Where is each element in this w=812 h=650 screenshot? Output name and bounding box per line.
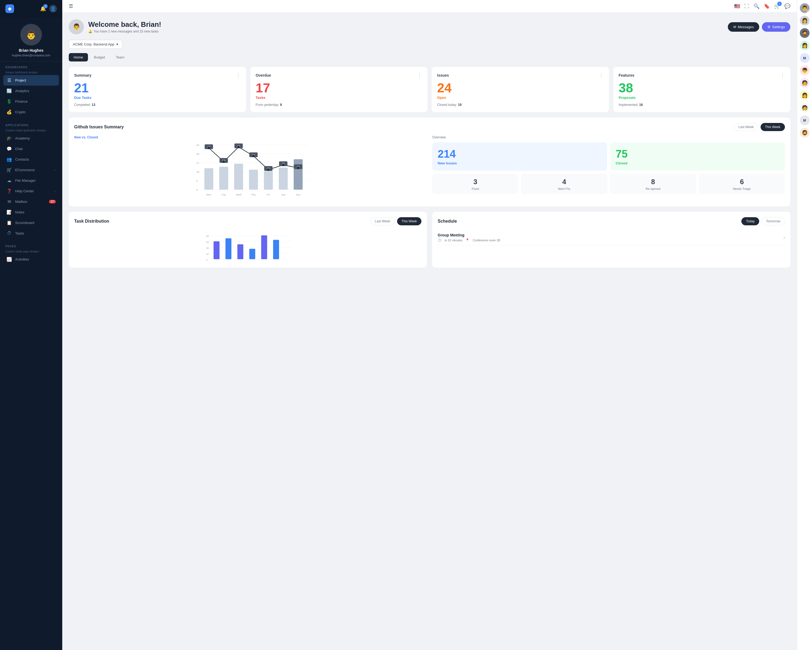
- pages-subtitle: Custom made page designs: [5, 250, 57, 253]
- task-last-week-button[interactable]: Last Week: [370, 217, 395, 225]
- tab-team[interactable]: Team: [111, 53, 130, 61]
- chart-label: New vs. Closed: [74, 135, 427, 139]
- sidebar-item-analytics[interactable]: 🔄 Analytics: [3, 86, 59, 96]
- tab-budget[interactable]: Budget: [89, 53, 110, 61]
- rp-avatar[interactable]: 🧑: [800, 103, 810, 113]
- card-title: Summary: [74, 73, 92, 78]
- sidebar-item-label: Analytics: [15, 89, 29, 93]
- sidebar-item-finance[interactable]: 💲 Finance: [3, 96, 59, 107]
- project-icon: ☰: [6, 78, 12, 83]
- pages-section: PAGES Custom made page designs: [0, 240, 62, 254]
- tasks-icon: ⏱: [6, 231, 12, 236]
- tab-home[interactable]: Home: [69, 53, 88, 61]
- sidebar-item-file-manager[interactable]: ☁ File Manager: [3, 175, 59, 186]
- chart-area: New vs. Closed 45 36 27 18 9 0: [74, 135, 427, 201]
- project-selector[interactable]: ACME Corp. Backend App ▾: [69, 40, 122, 49]
- svg-text:0: 0: [206, 258, 208, 262]
- rp-avatar[interactable]: 🧔: [800, 128, 810, 138]
- cart-badge: 5: [777, 2, 782, 6]
- svg-rect-14: [234, 164, 243, 190]
- sidebar-item-ecommerce[interactable]: 🛒 ECommerce ›: [3, 165, 59, 175]
- card-menu[interactable]: ⋮: [599, 72, 604, 78]
- sidebar-item-activities[interactable]: 📈 Activities: [3, 254, 59, 265]
- sidebar-item-label: Scrumboard: [15, 221, 34, 225]
- settings-button[interactable]: ⚙ Settings: [762, 22, 791, 32]
- overview-bottom: 3 Fixed 4 Won't Fix 8 Re-opened 6: [432, 174, 785, 194]
- svg-text:Wed: Wed: [236, 193, 241, 196]
- header-avatar[interactable]: 👤: [49, 5, 57, 12]
- chevron-right-icon[interactable]: ›: [784, 235, 785, 240]
- github-title: Github Issues Summary: [74, 125, 124, 130]
- app-logo[interactable]: ◆: [5, 5, 14, 13]
- applications-subtitle: Custom made application designs: [5, 129, 57, 132]
- svg-rect-18: [294, 159, 302, 190]
- sidebar-item-scrumboard[interactable]: 📋 Scrumboard: [3, 217, 59, 228]
- search-icon[interactable]: 🔍: [754, 3, 760, 9]
- reopened-label: Re-opened: [614, 187, 692, 190]
- svg-text:36: 36: [196, 153, 200, 156]
- sidebar-item-help-center[interactable]: ❓ Help Center ›: [3, 186, 59, 196]
- features-card: Features ⋮ 38 Proposals Implemented: 16: [613, 67, 791, 112]
- rp-avatar[interactable]: M: [800, 115, 810, 125]
- sidebar-item-contacts[interactable]: 👥 Contacts: [3, 154, 59, 165]
- rp-avatar[interactable]: M: [800, 53, 810, 63]
- tomorrow-button[interactable]: Tomorrow: [762, 217, 785, 225]
- rp-avatar[interactable]: 👦: [800, 66, 810, 75]
- svg-rect-59: [237, 244, 243, 259]
- ecommerce-icon: 🛒: [6, 167, 12, 173]
- menu-toggle[interactable]: ☰: [69, 3, 73, 9]
- activities-icon: 📈: [6, 257, 12, 262]
- task-this-week-button[interactable]: This Week: [397, 217, 421, 225]
- welcome-left: 👨 Welcome back, Brian! 🔔 You have 2 new …: [69, 19, 161, 34]
- svg-point-36: [282, 164, 284, 166]
- overview-top: 214 New Issues 75 Closed: [432, 142, 785, 171]
- this-week-button[interactable]: This Week: [760, 123, 785, 131]
- card-menu[interactable]: ⋮: [417, 72, 422, 78]
- sidebar-item-crypto[interactable]: 💰 Crypto: [3, 107, 59, 117]
- card-menu[interactable]: ⋮: [236, 72, 241, 78]
- topbar: ☰ 🇺🇸 ⛶ 🔍 🔖 🛒 5 💬: [62, 0, 797, 13]
- card-title: Overdue: [256, 73, 271, 78]
- chart-container: 45 36 27 18 9 0: [74, 141, 427, 201]
- bookmark-icon[interactable]: 🔖: [764, 3, 770, 9]
- rp-avatar[interactable]: 👩: [800, 16, 810, 26]
- sidebar-header-icons: 🔔 3 👤: [40, 5, 57, 12]
- sidebar-item-label: ECommerce: [15, 168, 35, 172]
- sidebar-item-chat[interactable]: 💬 Chat: [3, 144, 59, 154]
- applications-title: APPLICATIONS: [5, 124, 57, 127]
- svg-rect-12: [205, 168, 213, 190]
- sidebar-item-label: Help Center: [15, 189, 34, 193]
- last-week-button[interactable]: Last Week: [734, 123, 758, 131]
- sidebar-item-mailbox[interactable]: ✉ Mailbox 27: [3, 196, 59, 207]
- svg-text:27: 27: [196, 161, 199, 164]
- sidebar-item-label: Contacts: [15, 158, 29, 161]
- sidebar-item-tasks[interactable]: ⏱ Tasks: [3, 228, 59, 238]
- closed-number: 75: [616, 148, 780, 160]
- online-badge: [807, 23, 810, 26]
- rp-avatar[interactable]: 👩: [800, 90, 810, 100]
- rp-avatar[interactable]: 🧔: [800, 28, 810, 38]
- sidebar-item-project[interactable]: ☰ Project: [3, 75, 59, 86]
- messages-button[interactable]: ✉ Messages: [728, 22, 759, 32]
- cart-icon[interactable]: 🛒 5: [774, 3, 780, 9]
- gear-icon: ⚙: [767, 25, 771, 29]
- task-week-toggles: Last Week This Week: [370, 217, 421, 225]
- sidebar-item-notes[interactable]: 📝 Notes: [3, 207, 59, 217]
- bottom-row: Task Distribution Last Week This Week 40…: [69, 212, 791, 268]
- today-button[interactable]: Today: [741, 217, 759, 225]
- flag-icon[interactable]: 🇺🇸: [734, 3, 740, 9]
- fullscreen-icon[interactable]: ⛶: [744, 3, 749, 9]
- svg-text:Sat: Sat: [281, 193, 285, 196]
- task-chart-svg: 40 30 20 10 0: [74, 232, 421, 262]
- rp-avatar[interactable]: 👩: [800, 41, 810, 50]
- welcome-actions: ✉ Messages ⚙ Settings: [728, 22, 791, 32]
- messages-icon[interactable]: 💬: [785, 3, 791, 9]
- notification-bell[interactable]: 🔔 3: [40, 6, 46, 12]
- rp-avatar[interactable]: 🧑: [800, 78, 810, 88]
- chat-icon: 💬: [6, 146, 12, 151]
- sidebar-item-academy[interactable]: 🎓 Academy: [3, 133, 59, 144]
- rp-avatar[interactable]: 👨: [800, 3, 810, 13]
- card-label: Proposals: [619, 96, 785, 99]
- card-menu[interactable]: ⋮: [780, 72, 785, 78]
- svg-point-27: [237, 146, 240, 148]
